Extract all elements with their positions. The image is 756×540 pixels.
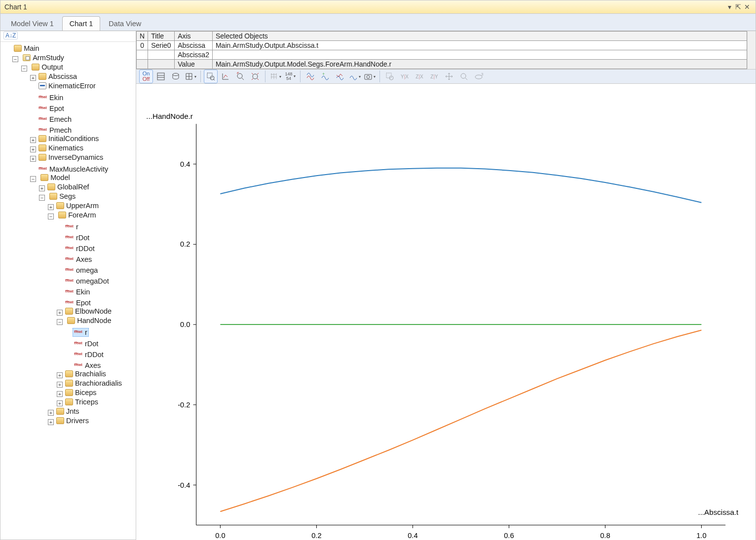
zoom-xy-button[interactable] xyxy=(219,70,232,83)
series-row[interactable]: ValueMain.ArmStudy.Output.Model.Segs.For… xyxy=(137,60,747,69)
tree-node[interactable]: Triceps xyxy=(64,398,100,406)
tree-node[interactable]: KinematicError xyxy=(37,82,97,90)
gridlines-button[interactable]: ▾ xyxy=(268,70,282,83)
tree-toggle[interactable]: + xyxy=(57,372,63,378)
tree-toggle[interactable]: − xyxy=(21,66,27,72)
toggle-series-button[interactable]: OnOff xyxy=(139,70,153,83)
tree-node[interactable]: floatrDDot xyxy=(73,351,105,359)
svg-text:3D: 3D xyxy=(481,72,484,76)
grid-button[interactable]: ▾ xyxy=(184,70,197,83)
tree-toggle[interactable]: + xyxy=(48,419,54,425)
tree-node[interactable]: GlobalRef xyxy=(46,183,90,191)
tree-node[interactable]: floatomegaDot xyxy=(64,277,111,285)
tree-toggle[interactable]: + xyxy=(30,146,36,152)
tree-node[interactable]: floatEkin xyxy=(64,288,91,296)
zoom-fit-button[interactable] xyxy=(248,70,262,83)
tree-toggle[interactable]: + xyxy=(57,400,63,406)
zoom-region-3d-button xyxy=(383,70,397,83)
tree-node[interactable]: Biceps xyxy=(64,389,98,396)
svg-text:0.4: 0.4 xyxy=(180,160,190,168)
sort-alpha-button[interactable]: A↓Z xyxy=(3,32,18,39)
tree-node-handnode[interactable]: HandNode xyxy=(66,317,113,324)
svg-text:0.8: 0.8 xyxy=(600,532,610,540)
tree-toggle[interactable]: − xyxy=(57,319,63,325)
tree-node[interactable]: floatrDot xyxy=(73,340,100,348)
tree-node[interactable]: UpperArm xyxy=(55,202,100,210)
tree-node[interactable]: floatEmech xyxy=(37,115,73,123)
series-style-4-button[interactable]: ▾ xyxy=(348,70,362,83)
tree-node[interactable]: floatomega xyxy=(64,266,99,274)
tree-node[interactable]: floatMaxMuscleActivity xyxy=(37,165,110,173)
tree-node[interactable]: floatPmech xyxy=(37,126,73,134)
tree-node-model[interactable]: Model xyxy=(39,174,72,181)
zoom-select-button[interactable] xyxy=(204,70,218,83)
tree-node[interactable]: floatAxes xyxy=(73,361,102,369)
tree-node[interactable]: ElbowNode xyxy=(64,307,113,315)
properties-button[interactable] xyxy=(154,70,168,83)
tree-toggle[interactable]: + xyxy=(48,410,54,416)
series-col-objects[interactable]: Selected Objects xyxy=(212,32,747,41)
series-row[interactable]: 0Serie0AbscissaMain.ArmStudy.Output.Absc… xyxy=(137,41,747,50)
chart-canvas[interactable]: ...HandNode.r...Abscissa.t-0.4-0.20.00.2… xyxy=(136,84,756,540)
series-col-axis[interactable]: Axis xyxy=(175,32,213,41)
tree-node[interactable]: Kinematics xyxy=(37,144,85,152)
tree-node[interactable]: floatEkin xyxy=(37,94,65,102)
tree-toggle[interactable]: + xyxy=(57,382,63,388)
tree-node[interactable]: InitialConditions xyxy=(37,135,100,143)
svg-text:0.4: 0.4 xyxy=(408,532,417,540)
tree-node[interactable]: floatrDot xyxy=(64,234,91,242)
tab-chart-1[interactable]: Chart 1 xyxy=(62,16,101,31)
series-col-n[interactable]: N xyxy=(137,32,148,41)
series-style-3-button[interactable] xyxy=(333,70,347,83)
tree-node[interactable]: floatAxes xyxy=(64,255,93,263)
data-button[interactable] xyxy=(169,70,183,83)
tree-node[interactable]: floatr xyxy=(64,223,80,231)
tree-node[interactable]: floatr xyxy=(73,328,89,337)
tree-node[interactable]: floatrDDot xyxy=(64,245,96,252)
tree-node[interactable]: Drivers xyxy=(55,417,90,425)
tree-node-output[interactable]: Output xyxy=(30,63,65,71)
tree-toggle[interactable]: − xyxy=(30,176,36,182)
object-tree[interactable]: Main − ArmStudy − Output +AbscissaKinema… xyxy=(0,42,136,431)
tree-toggle[interactable]: − xyxy=(12,56,18,62)
window-minimize-icon[interactable]: ▾ xyxy=(725,0,734,14)
tree-node[interactable]: Brachialis xyxy=(64,370,108,378)
tree-node-main[interactable]: Main xyxy=(12,44,40,52)
tree-toggle[interactable]: + xyxy=(30,156,36,162)
number-format-button[interactable]: 148 54▾ xyxy=(283,70,297,83)
svg-rect-10 xyxy=(207,73,212,78)
svg-point-23 xyxy=(367,75,370,78)
tree-node-segs[interactable]: Segs xyxy=(48,192,77,200)
tree-node[interactable]: Jnts xyxy=(55,407,81,415)
series-row[interactable]: Abscissa2 xyxy=(137,50,747,60)
tree-toggle[interactable]: + xyxy=(30,75,36,81)
tree-node[interactable]: Abscissa xyxy=(37,72,78,80)
window-detach-icon[interactable]: ⇱ xyxy=(734,0,743,14)
series-table[interactable]: N Title Axis Selected Objects 0Serie0Abs… xyxy=(136,31,747,69)
tree-toggle[interactable]: − xyxy=(48,214,54,219)
tab-model-view[interactable]: Model View 1 xyxy=(3,16,61,31)
zoom-reset-button[interactable] xyxy=(233,70,247,83)
series-style-2-button[interactable]: + xyxy=(318,70,332,83)
tree-toggle[interactable]: + xyxy=(48,204,54,210)
tree-toggle[interactable]: + xyxy=(39,185,45,191)
tree-node-armstudy[interactable]: ArmStudy xyxy=(21,54,66,62)
tree-toggle[interactable]: + xyxy=(30,137,36,143)
tree-node[interactable]: Brachioradialis xyxy=(64,379,123,387)
tree-node[interactable]: InverseDynamics xyxy=(37,153,105,161)
svg-text:...Abscissa.t: ...Abscissa.t xyxy=(698,508,739,516)
series-col-title[interactable]: Title xyxy=(148,32,175,41)
window-close-icon[interactable]: ✕ xyxy=(743,0,752,14)
tree-node-forearm[interactable]: ForeArm xyxy=(57,211,97,219)
snapshot-button[interactable]: ▾ xyxy=(363,70,377,83)
tree-toggle[interactable]: − xyxy=(39,195,45,201)
tab-data-view[interactable]: Data View xyxy=(101,16,149,31)
tree-toggle[interactable]: + xyxy=(57,310,63,316)
tree-node[interactable]: floatEpot xyxy=(64,299,92,307)
svg-text:...HandNode.r: ...HandNode.r xyxy=(146,112,193,120)
svg-line-27 xyxy=(465,78,467,80)
tree-node[interactable]: floatEpot xyxy=(37,105,66,112)
tree-toggle[interactable]: + xyxy=(57,391,63,397)
series-scrollbar[interactable] xyxy=(747,31,756,69)
series-style-1-button[interactable] xyxy=(303,70,317,83)
